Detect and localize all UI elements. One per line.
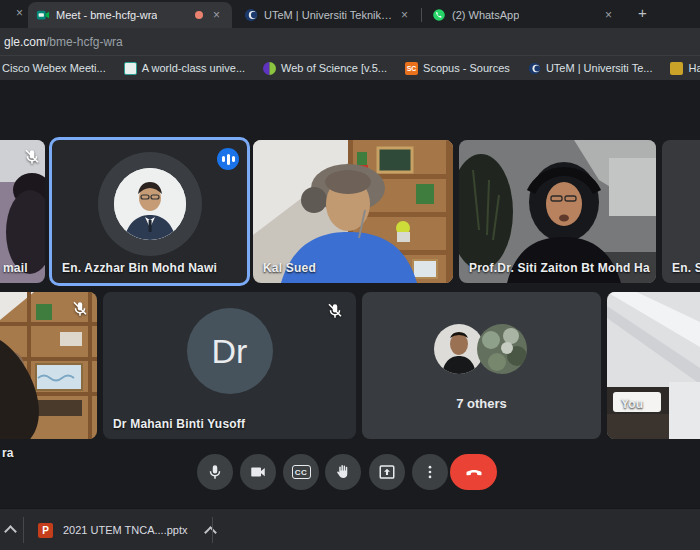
self-view-label: You (621, 397, 643, 411)
end-call-button[interactable] (450, 454, 497, 490)
more-options-button[interactable] (412, 454, 448, 490)
video-tile-you[interactable]: You (607, 292, 700, 439)
download-item-pptx[interactable]: P 2021 UTEM TNCA....pptx (38, 509, 215, 550)
camera-icon (249, 463, 267, 481)
participant-name-partial: ra (2, 446, 13, 460)
address-bar[interactable]: gle.com/bme-hcfg-wra (0, 28, 700, 55)
bookmarks-bar: Cisco Webex Meeti... A world-class unive… (0, 55, 700, 80)
participant-name: Dr Mahani Binti Yusoff (113, 417, 245, 431)
bookmark-label: Cisco Webex Meeti... (2, 62, 106, 74)
bookmark-label: UTeM | Universiti Te... (546, 62, 653, 74)
utem-icon (528, 62, 541, 75)
tab-close-icon[interactable]: × (209, 7, 224, 23)
powerpoint-icon: P (38, 523, 53, 538)
bookmark-label: A world-class unive... (142, 62, 245, 74)
chevron-up-icon[interactable] (4, 525, 17, 538)
web-of-science-icon (263, 62, 276, 75)
utem-icon (244, 8, 258, 22)
present-screen-button[interactable] (369, 454, 405, 490)
video-tile-mahani[interactable]: Dr Dr Mahani Binti Yusoff (103, 292, 356, 439)
document-icon (124, 62, 137, 75)
raise-hand-button[interactable] (325, 454, 361, 490)
hand-icon (334, 463, 352, 481)
avatar (477, 324, 527, 374)
video-tile-kal-sued[interactable]: Kal Sued (253, 140, 453, 283)
video-tile-partial-left[interactable]: mail (0, 140, 45, 283)
tab-strip: × Meet - bme-hcfg-wra × UTeM | Universit… (0, 0, 700, 28)
bookmark-label: Halaman Utama PR... (688, 62, 700, 74)
avatar (114, 168, 186, 240)
url-text: gle.com/bme-hcfg-wra (4, 35, 123, 49)
call-end-icon (464, 462, 484, 482)
divider (212, 517, 213, 543)
video-tile-others[interactable]: 7 others (362, 292, 601, 439)
video-tile-partial-left-2[interactable] (0, 292, 97, 439)
tab-title: UTeM | Universiti Teknikal Malay (264, 9, 392, 21)
tab-divider (421, 8, 422, 22)
participant-name: En. Sa (672, 261, 700, 275)
bookmark-halaman-utama[interactable]: Halaman Utama PR... (670, 62, 700, 75)
bookmark-cisco-webex[interactable]: Cisco Webex Meeti... (2, 62, 106, 74)
bookmark-utem[interactable]: UTeM | Universiti Te... (528, 62, 653, 75)
video-tile-partial-right[interactable]: En. Sa (662, 140, 700, 283)
url-domain: gle.com (4, 35, 46, 49)
whatsapp-icon (432, 8, 446, 22)
chevron-up-icon[interactable] (204, 526, 217, 539)
participant-name: Kal Sued (263, 261, 316, 275)
downloads-bar: P 2021 UTEM TNCA....pptx (0, 508, 700, 550)
participant-name: mail (3, 261, 28, 275)
tab-title: (2) WhatsApp (452, 9, 519, 21)
mic-off-icon (71, 300, 89, 318)
bookmark-web-of-science[interactable]: Web of Science [v.5... (263, 62, 387, 75)
others-count-label: 7 others (362, 396, 601, 411)
participant-name: Prof.Dr. Siti Zaiton Bt Mohd Ha (469, 261, 650, 275)
scopus-icon: SC (405, 62, 418, 75)
captions-icon: CC (292, 465, 311, 479)
crest-icon (670, 62, 683, 75)
avatar: Dr (187, 308, 273, 394)
bookmark-label: Web of Science [v.5... (281, 62, 387, 74)
media-indicator-dot (195, 11, 203, 19)
tab-utem[interactable]: UTeM | Universiti Teknikal Malay × (236, 2, 420, 28)
video-tile-siti-zaiton[interactable]: Prof.Dr. Siti Zaiton Bt Mohd Ha (459, 140, 656, 283)
tab-whatsapp[interactable]: (2) WhatsApp × (424, 2, 624, 28)
bookmark-world-class[interactable]: A world-class unive... (124, 62, 245, 75)
divider (23, 517, 24, 543)
camera-button[interactable] (240, 454, 276, 490)
tab-title: Meet - bme-hcfg-wra (56, 9, 157, 21)
download-file-name: 2021 UTEM TNCA....pptx (63, 524, 188, 536)
avatar-initials: Dr (212, 332, 248, 371)
participant-name: En. Azzhar Bin Mohd Nawi (62, 261, 217, 275)
microphone-button[interactable] (197, 454, 233, 490)
browser-window: × Meet - bme-hcfg-wra × UTeM | Universit… (0, 0, 700, 550)
mic-off-icon (23, 148, 41, 166)
bookmark-label: Scopus - Sources (423, 62, 510, 74)
mic-off-icon (326, 302, 344, 320)
captions-button[interactable]: CC (283, 454, 319, 490)
audio-activity-icon (217, 148, 239, 170)
present-icon (378, 463, 396, 481)
bookmark-scopus[interactable]: SC Scopus - Sources (405, 62, 510, 75)
tab-close-icon[interactable]: × (601, 7, 616, 23)
partial-tab-close-icon[interactable]: × (12, 5, 27, 21)
new-tab-button[interactable]: + (638, 4, 647, 21)
video-tile-azzhar[interactable]: En. Azzhar Bin Mohd Nawi (49, 137, 250, 286)
tab-close-icon[interactable]: × (397, 7, 412, 23)
video-thumbnail (607, 292, 700, 439)
url-path: /bme-hcfg-wra (46, 35, 123, 49)
mic-icon (206, 463, 224, 481)
tab-meet[interactable]: Meet - bme-hcfg-wra × (28, 2, 232, 28)
meet-icon (36, 8, 50, 22)
more-vert-icon (421, 463, 439, 481)
